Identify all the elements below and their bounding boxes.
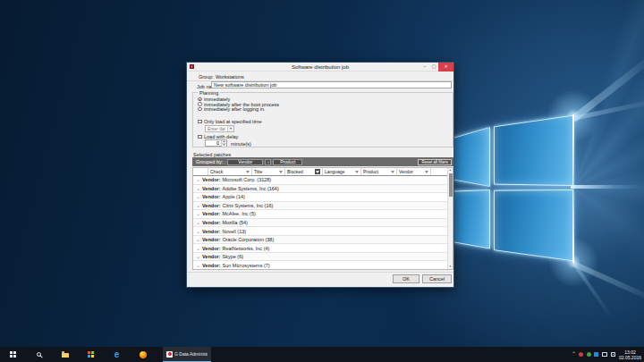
table-row[interactable]: ⌄ Vendor: Novell (13) [193, 227, 447, 236]
column-header-blocked[interactable]: Blocked [285, 168, 323, 175]
grouped-by-label: Grouped by: [196, 159, 223, 164]
filter-icon[interactable] [355, 171, 359, 173]
scroll-up-icon[interactable]: ▴ [448, 168, 453, 173]
grouping-toolbar: Grouped by: Vendor › Product Reset all f… [192, 157, 453, 166]
titlebar[interactable]: Software distribution job – ▢ ✕ [187, 63, 453, 72]
row-group-prefix: Vendor: [202, 203, 220, 208]
taskbar-gdata-administrator-button[interactable]: G Data Administrat... [163, 347, 211, 362]
table-row[interactable]: ⌄ Vendor: Citrix Systems, Inc (16) [193, 202, 447, 211]
scroll-down-icon[interactable]: ▾ [448, 265, 453, 269]
group-by-vendor-button[interactable]: Vendor [227, 159, 263, 165]
row-expander-icon[interactable]: ⌄ [196, 178, 202, 181]
taskbar: e G Data Administrat... ⌃ 13:02 02.05.20… [0, 347, 644, 362]
delay-value-input[interactable] [206, 140, 221, 146]
filter-icon[interactable] [246, 171, 250, 173]
column-header-product[interactable]: Product [361, 168, 397, 175]
tray-expand-chevron-icon[interactable]: ⌃ [572, 352, 576, 357]
tray-blue-app-icon[interactable] [594, 352, 598, 357]
dialog-title: Software distribution job [187, 64, 453, 70]
date-input[interactable] [206, 126, 227, 131]
checkbox-icon[interactable] [198, 120, 202, 124]
radio-icon[interactable] [198, 107, 202, 112]
scrollbar-thumb[interactable] [449, 173, 453, 197]
row-expander-icon[interactable]: ⌄ [196, 238, 202, 241]
row-group-prefix: Vendor: [202, 211, 220, 216]
taskbar-file-explorer-button[interactable] [52, 347, 78, 362]
group-value: Workstations [216, 74, 244, 80]
row-group-prefix: Vendor: [202, 220, 220, 225]
cancel-button[interactable]: Cancel [422, 274, 452, 283]
group-by-product-button[interactable]: Product [273, 159, 302, 165]
spin-down-icon[interactable]: ▾ [222, 144, 226, 147]
patches-table: Check Title Blocked Language [192, 167, 453, 270]
column-label: Language [325, 169, 344, 174]
delay-spinner[interactable]: ▴ ▾ [205, 139, 227, 147]
column-header-check[interactable]: Check [208, 168, 252, 175]
action-center-icon[interactable] [611, 352, 616, 358]
tray-gdata-icon[interactable] [579, 352, 583, 357]
table-row[interactable]: ⌄ Vendor: Mozilla (54) [193, 219, 447, 228]
table-row[interactable]: ⌄ Vendor: RealNetworks, Inc (4) [193, 244, 447, 253]
row-expander-icon[interactable]: ⌄ [196, 264, 202, 267]
maximize-button[interactable]: ▢ [429, 63, 438, 72]
column-header-expander [193, 168, 208, 175]
table-row[interactable]: ⌄ Vendor: Oracle Corporation (38) [193, 236, 447, 245]
group-label: Group: [199, 74, 214, 80]
dialog-body: Group: Workstations Job name: Planning i… [187, 72, 453, 287]
windows-logo-glow-edge [572, 114, 574, 263]
date-picker[interactable]: ▾ [205, 125, 234, 132]
row-group-value: Apple (14) [222, 194, 244, 199]
row-expander-icon[interactable]: ⌄ [196, 204, 202, 207]
network-icon[interactable] [602, 352, 608, 357]
table-row[interactable]: ⌄ Vendor: Apple (14) [193, 193, 447, 202]
filter-icon[interactable] [391, 171, 394, 173]
taskbar-firefox-button[interactable] [130, 347, 156, 362]
windows-start-icon [10, 351, 17, 358]
minimize-button[interactable]: – [420, 63, 429, 72]
app-icon [190, 64, 194, 69]
table-scrollbar[interactable]: ▴ ▾ [447, 168, 453, 269]
software-distribution-job-dialog: Software distribution job – ▢ ✕ Group: W… [186, 62, 454, 288]
table-row[interactable]: ⌄ Vendor: Microsoft Corp. (3128) [193, 176, 447, 185]
divider [187, 272, 453, 273]
ok-button[interactable]: OK [393, 274, 419, 283]
row-expander-icon[interactable]: ⌄ [196, 195, 202, 198]
table-row[interactable]: ⌄ Vendor: McAfee, Inc (5) [193, 210, 447, 219]
taskbar-edge-button[interactable]: e [104, 347, 130, 362]
filter-icon[interactable] [425, 171, 428, 173]
table-row[interactable]: ⌄ Vendor: Sun Microsystems (7) [193, 261, 447, 270]
firefox-icon [140, 351, 147, 358]
column-label: Vendor [399, 169, 413, 174]
column-header-title[interactable]: Title [252, 168, 285, 175]
dropdown-arrow-icon[interactable]: ▾ [227, 126, 233, 131]
table-row[interactable]: ⌄ Vendor: Skype (6) [193, 253, 447, 262]
checkbox-only-load-at-time[interactable]: Only load at specified time [198, 119, 262, 124]
active-filter-icon[interactable] [315, 169, 320, 174]
row-expander-icon[interactable]: ⌄ [196, 230, 202, 233]
row-expander-icon[interactable]: ⌄ [196, 221, 202, 224]
filter-icon[interactable] [279, 171, 283, 173]
column-header-vendor[interactable]: Vendor [397, 168, 431, 175]
row-expander-icon[interactable]: ⌄ [196, 187, 202, 190]
tray-clock[interactable]: 13:02 02.05.2016 [619, 349, 641, 360]
taskbar-search-button[interactable] [26, 347, 52, 362]
row-group-prefix: Vendor: [202, 263, 220, 268]
reset-all-filters-button[interactable]: Reset all filters [418, 159, 452, 165]
column-label: Title [254, 169, 262, 174]
column-header-language[interactable]: Language [323, 168, 361, 175]
row-group-value: Skype (6) [222, 254, 243, 259]
job-name-input[interactable] [211, 81, 452, 88]
start-button[interactable] [0, 347, 26, 362]
table-row[interactable]: ⌄ Vendor: Adobe Systems, Inc (164) [193, 185, 447, 194]
row-expander-icon[interactable]: ⌄ [196, 247, 202, 250]
row-expander-icon[interactable]: ⌄ [196, 255, 202, 258]
checkbox-label: Only load at specified time [204, 119, 262, 124]
group-order-separator: › [265, 159, 271, 165]
row-expander-icon[interactable]: ⌄ [196, 212, 202, 215]
close-button[interactable]: ✕ [438, 63, 453, 72]
radio-after-login[interactable]: immediately after logging in. [198, 106, 265, 112]
row-group-value: Mozilla (54) [222, 220, 247, 225]
checkbox-icon[interactable] [198, 135, 202, 139]
taskbar-app-colored-button[interactable] [78, 347, 104, 362]
tray-green-status-icon[interactable] [587, 352, 591, 357]
